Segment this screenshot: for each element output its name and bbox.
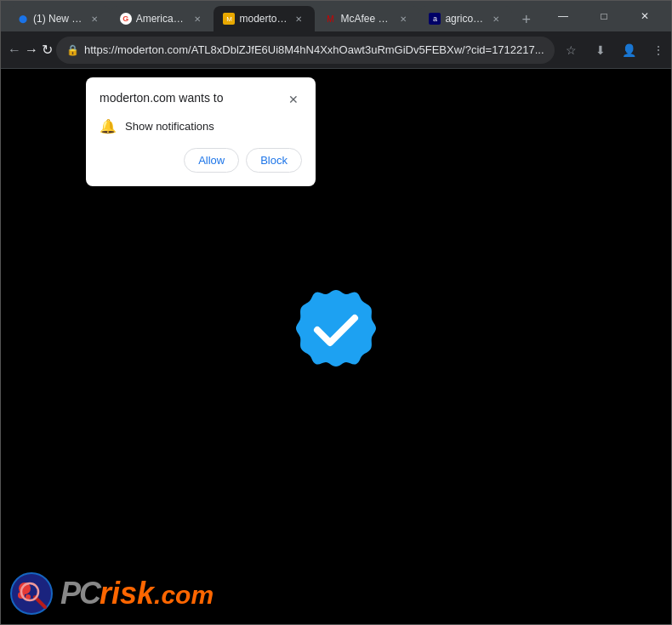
forward-button[interactable]: → (25, 37, 38, 64)
address-bar[interactable]: 🔒 https://moderton.com/ATL8xDblZJfE6Ui8M… (56, 37, 555, 64)
tab-3-close[interactable]: ✕ (292, 12, 305, 26)
back-button[interactable]: ← (8, 37, 21, 64)
title-bar: ⬤ (1) New Me... ✕ G American G... ✕ M mo… (1, 1, 671, 31)
popup-buttons: Allow Block (100, 148, 302, 173)
com-text: .com (154, 581, 214, 610)
allow-button[interactable]: Allow (184, 148, 239, 173)
tab-1-favicon: ⬤ (17, 13, 29, 25)
risk-text: risk (100, 576, 154, 611)
profile-button[interactable]: 👤 (616, 37, 643, 64)
bookmark-button[interactable]: ☆ (558, 37, 585, 64)
lock-icon: 🔒 (66, 44, 79, 56)
tab-3-title: moderton.c... (239, 13, 288, 25)
tab-4-favicon: M (324, 13, 336, 25)
tab-5-title: agricole 10 (445, 13, 485, 25)
tab-2-favicon: G (120, 13, 132, 25)
notification-popup: moderton.com wants to ✕ 🔔 Show notificat… (86, 77, 316, 186)
pc-text: PC (60, 576, 100, 611)
bell-icon: 🔔 (100, 118, 117, 134)
tab-1[interactable]: ⬤ (1) New Me... ✕ (8, 6, 111, 31)
tab-4-title: McAfee Sec... (340, 13, 392, 25)
popup-title: moderton.com wants to (100, 91, 224, 105)
pcrisk-text-container: PC risk .com (60, 576, 214, 611)
url-text: https://moderton.com/ATL8xDblZJfE6Ui8M4h… (84, 43, 544, 56)
download-button[interactable]: ⬇ (587, 37, 614, 64)
tab-1-title: (1) New Me... (33, 13, 83, 25)
tab-3[interactable]: M moderton.c... ✕ (214, 6, 315, 31)
tab-3-favicon: M (223, 13, 235, 25)
window-controls: — □ ✕ (544, 1, 664, 31)
tab-2[interactable]: G American G... ✕ (111, 6, 214, 31)
popup-header: moderton.com wants to ✕ (100, 91, 302, 108)
tab-2-title: American G... (136, 13, 187, 25)
pcrisk-watermark: PC risk .com (9, 571, 214, 616)
maximize-button[interactable]: □ (584, 1, 624, 31)
verified-badge-icon (285, 286, 387, 388)
block-button[interactable]: Block (246, 148, 302, 173)
popup-notification-row: 🔔 Show notifications (100, 118, 302, 134)
tab-5[interactable]: a agricole 10 ✕ (419, 6, 512, 31)
menu-button[interactable]: ⋮ (645, 37, 672, 64)
notification-label: Show notifications (125, 120, 214, 133)
close-button[interactable]: ✕ (625, 1, 664, 31)
popup-close-button[interactable]: ✕ (285, 91, 302, 108)
reload-button[interactable]: ↻ (42, 37, 53, 64)
pcrisk-logo-icon (9, 571, 54, 616)
tab-5-favicon: a (429, 13, 441, 25)
tab-4-close[interactable]: ✕ (396, 12, 410, 26)
toolbar: ← → ↻ 🔒 https://moderton.com/ATL8xDblZJf… (1, 31, 671, 69)
tab-5-close[interactable]: ✕ (489, 12, 503, 26)
page-content: moderton.com wants to ✕ 🔔 Show notificat… (1, 69, 671, 624)
tab-1-close[interactable]: ✕ (88, 12, 101, 26)
tabs-area: ⬤ (1) New Me... ✕ G American G... ✕ M mo… (8, 1, 537, 31)
verified-badge-container (285, 286, 387, 388)
new-tab-button[interactable]: + (515, 8, 537, 31)
tab-4[interactable]: M McAfee Sec... ✕ (315, 6, 419, 31)
minimize-button[interactable]: — (544, 1, 583, 31)
tab-2-close[interactable]: ✕ (191, 12, 204, 26)
toolbar-icons: ☆ ⬇ 👤 ⋮ (558, 37, 672, 64)
browser-window: ⬤ (1) New Me... ✕ G American G... ✕ M mo… (0, 0, 672, 625)
